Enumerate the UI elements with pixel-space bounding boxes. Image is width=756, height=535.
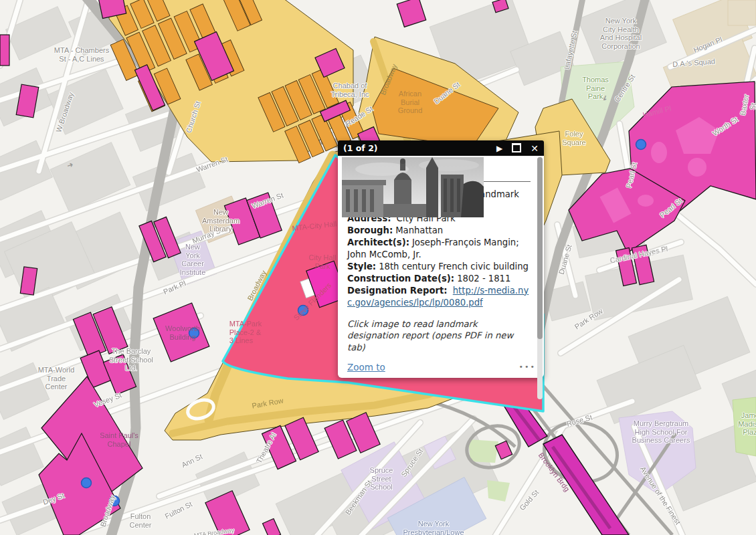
zoom-to-link[interactable]: Zoom to — [347, 362, 385, 372]
maximize-icon[interactable] — [512, 143, 521, 154]
popup-footer: Zoom to ••• — [347, 362, 531, 372]
field-style: Style:18th century French civic building — [347, 261, 531, 273]
popup-scrollbar[interactable] — [537, 157, 543, 399]
field-architects: Architect(s):Joseph-François Mangin; Joh… — [347, 237, 531, 261]
field-borough: Borough:Manhattan — [347, 225, 531, 237]
popup-content: City Hall | LP-0080 Landmark Type:Indivi… — [338, 156, 544, 378]
landmark-point-broadway[interactable] — [110, 496, 120, 506]
popup-note: Click image to read landmark designation… — [347, 318, 531, 354]
more-options-icon[interactable]: ••• — [519, 362, 536, 371]
landmark-point-woolworth[interactable] — [189, 328, 199, 338]
field-designation-report: Designation Report: http://s-media.nyc.g… — [347, 285, 531, 309]
landmark-point-city-hall[interactable] — [298, 306, 308, 316]
landmark-point-hamill[interactable] — [636, 140, 646, 150]
landmark-point-195-broadway[interactable] — [82, 478, 92, 488]
popup-scrollbar-thumb[interactable] — [537, 157, 543, 339]
next-feature-icon[interactable]: ▶ — [496, 144, 502, 152]
field-construction-dates: Construction Date(s):1802 - 1811 — [347, 273, 531, 285]
close-icon[interactable]: ✕ — [531, 144, 539, 153]
brooklyn-bridge-landmark[interactable] — [500, 393, 629, 535]
popup-pagination: (1 of 2) — [343, 143, 378, 153]
woolworth-landmark[interactable] — [153, 303, 209, 362]
popup-titlebar: (1 of 2) ▶ ✕ — [338, 140, 544, 156]
feature-popup: (1 of 2) ▶ ✕ City Hall | LP-0080 Landmar… — [338, 140, 544, 378]
map-canvas[interactable]: ➜ ➜ ➜ ➜ New York — [0, 0, 756, 535]
landmark-photo[interactable] — [342, 157, 484, 217]
